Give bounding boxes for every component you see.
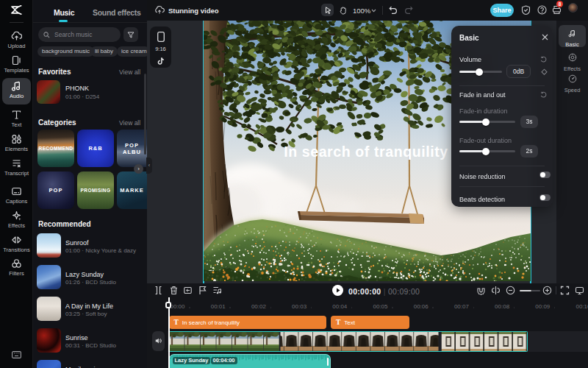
svg-text:In search of tranquility: In search of tranquility: [284, 144, 448, 160]
